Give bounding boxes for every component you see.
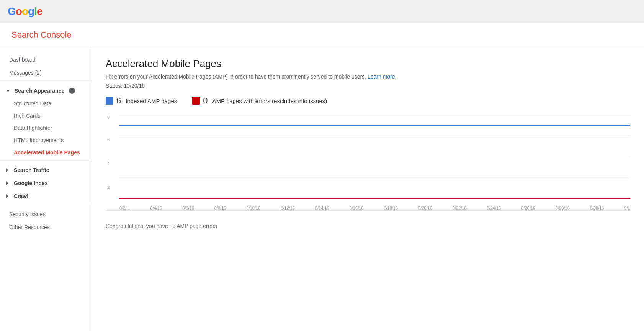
- crawl-label: Crawl: [14, 193, 28, 199]
- sidebar-subitem-rich-cards[interactable]: Rich Cards: [0, 110, 92, 122]
- legend: 6 Indexed AMP pages 0 AMP pages with err…: [106, 96, 630, 106]
- x-label-5: 8/12/16: [281, 206, 295, 210]
- x-label-8: 8/18/16: [384, 206, 398, 210]
- indexed-color-box: [106, 97, 113, 105]
- description-text: Fix errors on your Accelerated Mobile Pa…: [106, 74, 366, 80]
- google-logo: Google: [8, 5, 42, 18]
- search-appearance-info-icon: i: [69, 88, 75, 94]
- search-appearance-label: Search Appearance: [15, 88, 64, 94]
- x-label-12: 8/26/16: [521, 206, 535, 210]
- logo-e: e: [37, 5, 42, 17]
- x-label-7: 8/16/16: [350, 206, 364, 210]
- x-label-2: 8/6/16: [182, 206, 194, 210]
- sidebar-subitem-amp[interactable]: Accelerated Mobile Pages: [0, 146, 92, 159]
- logo-g2: g: [28, 5, 34, 17]
- sidebar: Dashboard Messages (2) Search Appearance…: [0, 47, 92, 331]
- sidebar-divider-1: [0, 82, 92, 82]
- page-title: Accelerated Mobile Pages: [106, 58, 630, 70]
- legend-errors: 0 AMP pages with errors (excludes info i…: [192, 96, 327, 106]
- sidebar-section-search-traffic[interactable]: Search Traffic: [0, 164, 92, 177]
- sidebar-item-other-resources[interactable]: Other Resources: [0, 221, 92, 234]
- indexed-count: 6: [116, 96, 121, 106]
- x-label-4: 8/10/16: [246, 206, 260, 210]
- chart-container: 8 6 4 2 8/2/... 8/4/16 8/6/16 8/8/16 8/1…: [106, 115, 630, 211]
- x-label-14: 8/30/16: [590, 206, 604, 210]
- learn-more-link[interactable]: Learn more.: [368, 74, 396, 80]
- x-label-11: 8/24/16: [487, 206, 501, 210]
- x-label-9: 8/20/16: [418, 206, 432, 210]
- y-label-8: 8: [107, 115, 110, 120]
- security-issues-label: Security Issues: [9, 211, 46, 217]
- x-label-3: 8/8/16: [214, 206, 226, 210]
- other-resources-label: Other Resources: [9, 224, 50, 230]
- page-description: Fix errors on your Accelerated Mobile Pa…: [106, 74, 630, 80]
- sidebar-section-google-index[interactable]: Google Index: [0, 177, 92, 190]
- logo-o1: o: [16, 5, 22, 17]
- search-appearance-arrow-icon: [6, 90, 10, 92]
- x-label-6: 8/14/16: [315, 206, 329, 210]
- sidebar-divider-3: [0, 205, 92, 205]
- x-label-1: 8/4/16: [150, 206, 162, 210]
- crawl-arrow-icon: [6, 194, 8, 198]
- sidebar-item-messages[interactable]: Messages (2): [0, 66, 92, 79]
- sidebar-section-search-appearance[interactable]: Search Appearance i: [0, 84, 92, 97]
- x-label-10: 8/22/16: [453, 206, 467, 210]
- logo-l: l: [34, 5, 37, 17]
- y-label-2: 2: [107, 185, 110, 190]
- status-line: Status: 10/20/16: [106, 83, 630, 89]
- indexed-label: Indexed AMP pages: [126, 98, 177, 104]
- x-label-0: 8/2/...: [119, 206, 130, 210]
- main-content: Accelerated Mobile Pages Fix errors on y…: [92, 47, 644, 331]
- congrats-text: Congratulations, you have no AMP page er…: [106, 217, 630, 235]
- legend-indexed: 6 Indexed AMP pages: [106, 96, 177, 106]
- google-index-arrow-icon: [6, 181, 8, 185]
- app-title-bar: Search Console: [0, 23, 644, 47]
- messages-label: Messages (2): [9, 70, 42, 76]
- x-axis-labels: 8/2/... 8/4/16 8/6/16 8/8/16 8/10/16 8/1…: [119, 206, 630, 210]
- sidebar-item-security-issues[interactable]: Security Issues: [0, 208, 92, 221]
- sidebar-divider-2: [0, 161, 92, 161]
- search-appearance-subitems: Structured Data Rich Cards Data Highligh…: [0, 97, 92, 159]
- sidebar-section-crawl[interactable]: Crawl: [0, 190, 92, 203]
- dashboard-label: Dashboard: [9, 57, 36, 63]
- sidebar-subitem-structured-data[interactable]: Structured Data: [0, 97, 92, 110]
- logo-o2: o: [22, 5, 28, 17]
- app-title: Search Console: [11, 30, 72, 39]
- layout: Dashboard Messages (2) Search Appearance…: [0, 47, 644, 331]
- logo-g: G: [8, 5, 16, 17]
- errors-count: 0: [203, 96, 208, 106]
- google-index-label: Google Index: [14, 180, 48, 186]
- y-label-4: 4: [107, 161, 110, 166]
- x-label-13: 8/28/16: [556, 206, 570, 210]
- search-traffic-arrow-icon: [6, 168, 8, 172]
- errors-color-box: [192, 97, 200, 105]
- sidebar-subitem-data-highlighter[interactable]: Data Highlighter: [0, 122, 92, 134]
- x-label-15: 9/1: [624, 206, 630, 210]
- sidebar-item-dashboard[interactable]: Dashboard: [0, 53, 92, 66]
- y-label-6: 6: [107, 137, 110, 142]
- errors-label: AMP pages with errors (excludes info iss…: [212, 98, 327, 104]
- header: Google: [0, 0, 644, 23]
- sidebar-subitem-html-improvements[interactable]: HTML Improvements: [0, 134, 92, 146]
- chart-svg: [119, 115, 630, 199]
- search-traffic-label: Search Traffic: [14, 167, 49, 173]
